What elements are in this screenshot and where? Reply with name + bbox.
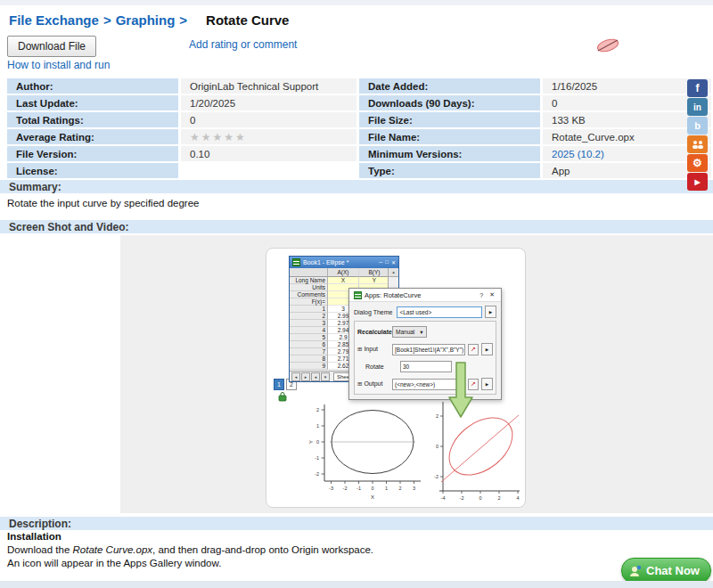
sheet-nav-list-icon[interactable]: ▾ bbox=[321, 372, 330, 381]
row-header: 4 bbox=[290, 327, 328, 334]
x-tick: -1 bbox=[356, 486, 361, 491]
how-to-install-link[interactable]: How to install and run bbox=[7, 59, 110, 71]
download-file-button[interactable]: Download File bbox=[7, 36, 96, 57]
detail-label: Total Ratings: bbox=[7, 112, 178, 127]
chat-now-button[interactable]: Chat Now bbox=[621, 558, 711, 584]
detail-label: Minimum Versions: bbox=[359, 146, 540, 161]
y-tick: -1 bbox=[315, 455, 319, 461]
detail-value-type: App bbox=[543, 163, 711, 178]
range-selector-icon[interactable]: ↗ bbox=[468, 344, 479, 355]
cell[interactable]: Y bbox=[359, 277, 390, 284]
y-tick: -2 bbox=[434, 474, 438, 479]
linkedin-icon[interactable]: in bbox=[687, 98, 708, 116]
people-glyph bbox=[692, 140, 704, 149]
file-name-italic: Rotate Curve.opx bbox=[73, 544, 153, 555]
detail-label: Downloads (90 Days): bbox=[359, 95, 540, 110]
column-header-a[interactable]: A(X) bbox=[328, 268, 359, 277]
output-label-text: Output bbox=[364, 380, 382, 387]
detail-label: Author: bbox=[7, 78, 178, 94]
cell[interactable]: X bbox=[328, 277, 359, 284]
row-header: 6 bbox=[290, 341, 328, 348]
rotatecurve-dialog: Apps: RotateCurve ? ✕ Dialog Theme <Last… bbox=[348, 288, 502, 400]
recalculate-dropdown[interactable]: Manual ▾ bbox=[392, 326, 427, 338]
input-flyout-icon[interactable]: ▶ bbox=[481, 343, 493, 355]
row-header: 8 bbox=[290, 355, 328, 363]
detail-label: Average Rating: bbox=[7, 129, 178, 144]
output-flyout-icon[interactable]: ▶ bbox=[481, 378, 493, 390]
x-tick: 0 bbox=[479, 495, 481, 501]
input-row: ⊞ Input [Book1]Sheet1!(A"X",B"Y") ↗ ▶ bbox=[355, 343, 496, 355]
sheet-nav-prev-icon[interactable]: ◂ bbox=[311, 372, 320, 381]
detail-value-file-name: Rotate_Curve.opx bbox=[543, 129, 711, 144]
breadcrumb-separator: > bbox=[99, 12, 116, 28]
description-line: Download the Rotate Curve.opx, and then … bbox=[7, 543, 713, 557]
expand-icon[interactable]: ⊞ bbox=[357, 346, 362, 352]
restore-icon[interactable]: □ bbox=[385, 259, 389, 265]
minimize-icon[interactable]: ─ bbox=[379, 259, 382, 265]
column-header-b[interactable]: B(Y) bbox=[359, 268, 390, 277]
detail-label: License: bbox=[7, 163, 178, 178]
detail-value-file-version: 0.10 bbox=[181, 146, 356, 161]
youtube-icon[interactable]: ▶ bbox=[687, 173, 708, 191]
close-icon[interactable]: ✕ bbox=[488, 291, 496, 298]
y-tick: 2 bbox=[436, 413, 438, 419]
x-tick: 0 bbox=[371, 486, 373, 491]
y-tick: 1 bbox=[316, 423, 319, 429]
workbook-titlebar: Book1 - Ellipse * ─ □ ✕ bbox=[290, 257, 398, 268]
x-axis-label: X bbox=[371, 494, 374, 500]
sheet-nav-first-icon[interactable]: ◂ bbox=[291, 372, 300, 381]
x-tick: 2 bbox=[398, 486, 401, 491]
y-tick: -2 bbox=[315, 471, 319, 477]
description-section-header: Description: bbox=[0, 517, 713, 530]
page-tab-1[interactable]: 1 bbox=[274, 379, 284, 390]
breadcrumb-separator: > bbox=[175, 12, 192, 28]
x-tick: -2 bbox=[460, 495, 464, 501]
x-tick: -2 bbox=[343, 486, 348, 491]
average-rating-stars: ★★★★★ bbox=[181, 129, 356, 144]
scroll-up-icon[interactable]: ▴ bbox=[389, 268, 398, 277]
expand-icon[interactable]: ⊞ bbox=[357, 380, 362, 387]
detail-label: Date Added: bbox=[359, 78, 540, 94]
breadcrumb-link-graphing[interactable]: Graphing bbox=[116, 12, 176, 28]
add-rating-link[interactable]: Add rating or comment bbox=[189, 38, 297, 51]
summary-text: Rotate the input curve by specified degr… bbox=[7, 198, 199, 208]
dialog-options-group: Recalculate Manual ▾ ⊞ Input [Book1]Shee… bbox=[354, 321, 496, 395]
detail-value-last-update: 1/20/2025 bbox=[181, 95, 356, 110]
screenshot-card: Book1 - Ellipse * ─ □ ✕ A(X) B(Y) Long N… bbox=[266, 248, 526, 508]
social-share-strip: f in b ⚙ ▶ bbox=[687, 79, 708, 191]
detail-value-author: OriginLab Technical Support bbox=[181, 78, 356, 94]
details-table: Author: OriginLab Technical Support Date… bbox=[7, 78, 711, 178]
bottom-strip bbox=[0, 581, 713, 588]
rotate-degree-field[interactable]: 30 bbox=[400, 361, 452, 372]
top-strip bbox=[0, 0, 713, 5]
close-icon[interactable]: ✕ bbox=[391, 259, 396, 265]
corner-cell bbox=[290, 268, 328, 277]
y-tick: 0 bbox=[436, 444, 438, 449]
sheet-nav-next-icon[interactable]: ▸ bbox=[301, 372, 310, 381]
blog-rss-icon[interactable]: b bbox=[687, 117, 708, 135]
input-range-field[interactable]: [Book1]Sheet1!(A"X",B"Y") bbox=[392, 344, 465, 355]
summary-section-header: Summary: bbox=[0, 180, 713, 193]
row-header: 9 bbox=[290, 363, 328, 370]
row-header: 1 bbox=[290, 306, 328, 313]
table-row: Long Name X Y bbox=[290, 277, 398, 284]
row-header: Long Name bbox=[290, 277, 328, 284]
screenshot-area: Book1 - Ellipse * ─ □ ✕ A(X) B(Y) Long N… bbox=[0, 235, 713, 515]
forum-icon[interactable] bbox=[687, 135, 708, 153]
dialog-theme-row: Dialog Theme <Last used> ▶ bbox=[349, 302, 501, 318]
input-label: ⊞ Input bbox=[357, 346, 389, 353]
screenshot-section-header: Screen Shot and Video: bbox=[0, 220, 713, 233]
minimum-versions-link[interactable]: 2025 (10.2) bbox=[543, 146, 711, 161]
breadcrumb-link-file-exchange[interactable]: File Exchange bbox=[9, 12, 99, 28]
help-icon[interactable]: ? bbox=[478, 292, 485, 298]
gears-icon[interactable]: ⚙ bbox=[687, 154, 708, 172]
row-header: Units bbox=[290, 284, 328, 291]
dialog-theme-input[interactable]: <Last used> bbox=[397, 306, 482, 318]
theme-flyout-icon[interactable]: ▶ bbox=[485, 306, 496, 318]
y-tick: 2 bbox=[316, 407, 319, 412]
facebook-icon[interactable]: f bbox=[687, 79, 708, 97]
lock-icon bbox=[278, 392, 287, 402]
chat-person-icon bbox=[629, 565, 642, 577]
x-tick: 3 bbox=[413, 486, 415, 491]
dialog-titlebar: Apps: RotateCurve ? ✕ bbox=[349, 289, 501, 302]
